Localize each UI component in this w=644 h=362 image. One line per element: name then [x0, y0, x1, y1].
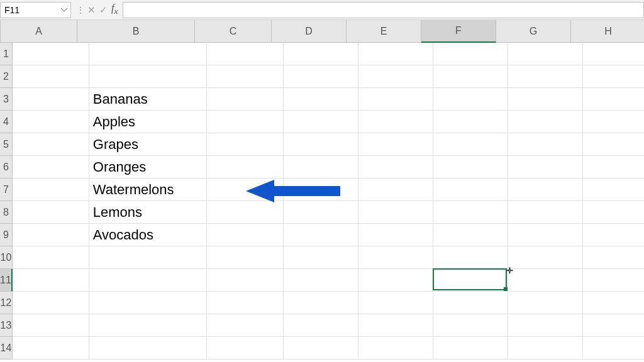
cell-B8[interactable]: Lemons [89, 201, 207, 224]
cell-B11[interactable] [89, 269, 207, 292]
cell-D1[interactable] [284, 43, 358, 65]
cell-A6[interactable] [13, 156, 89, 178]
select-all-corner[interactable] [0, 20, 1, 43]
col-header-C[interactable]: C [195, 20, 272, 43]
cell-H14[interactable] [583, 337, 644, 359]
cell-B14[interactable] [89, 337, 207, 359]
cell-E8[interactable] [358, 201, 433, 224]
cell-C2[interactable] [207, 65, 284, 88]
cell-G5[interactable] [508, 133, 583, 156]
cell-B10[interactable] [89, 246, 207, 269]
cell-B3[interactable]: Bananas [89, 88, 207, 111]
row-header-7[interactable]: 7 [0, 178, 13, 201]
cell-G3[interactable] [508, 88, 583, 111]
cell-F3[interactable] [433, 88, 508, 111]
cell-C1[interactable] [207, 43, 284, 65]
cell-C3[interactable] [207, 88, 284, 111]
cell-D12[interactable] [284, 292, 358, 314]
cell-H12[interactable] [583, 292, 644, 314]
cell-F5[interactable] [433, 133, 508, 156]
cell-A10[interactable] [13, 246, 89, 269]
row-header-9[interactable]: 9 [0, 224, 13, 246]
cell-C8[interactable] [207, 201, 284, 224]
cell-H1[interactable] [583, 43, 644, 65]
cell-A2[interactable] [13, 65, 89, 88]
cell-E1[interactable] [358, 43, 433, 65]
cell-D6[interactable] [284, 156, 358, 178]
cell-F2[interactable] [433, 65, 508, 88]
cell-G2[interactable] [508, 65, 583, 88]
cell-H7[interactable] [583, 178, 644, 201]
cell-C10[interactable] [207, 246, 284, 269]
row-header-4[interactable]: 4 [0, 111, 13, 133]
cell-E11[interactable] [358, 269, 433, 292]
cell-A5[interactable] [13, 133, 89, 156]
cell-C5[interactable] [207, 133, 284, 156]
cell-G12[interactable] [508, 292, 583, 314]
col-header-E[interactable]: E [347, 20, 421, 43]
enter-icon[interactable]: ✓ [99, 4, 108, 16]
cell-F8[interactable] [433, 201, 508, 224]
cell-E6[interactable] [358, 156, 433, 178]
formula-input[interactable] [123, 2, 644, 18]
cell-B7[interactable]: Watermelons [89, 178, 207, 201]
row-header-5[interactable]: 5 [0, 133, 13, 156]
cell-A9[interactable] [13, 224, 89, 246]
cell-H8[interactable] [583, 201, 644, 224]
row-header-10[interactable]: 10 [0, 246, 13, 269]
cell-G6[interactable] [508, 156, 583, 178]
row-header-14[interactable]: 14 [0, 337, 13, 359]
cell-C6[interactable] [207, 156, 284, 178]
cell-A13[interactable] [13, 314, 89, 337]
chevron-down-icon[interactable] [60, 6, 68, 14]
cell-H3[interactable] [583, 88, 644, 111]
cell-F7[interactable] [433, 178, 508, 201]
cell-E9[interactable] [358, 224, 433, 246]
cell-F6[interactable] [433, 156, 508, 178]
cell-D14[interactable] [284, 337, 358, 359]
cell-E13[interactable] [358, 314, 433, 337]
cell-E10[interactable] [358, 246, 433, 269]
cell-G11[interactable] [508, 269, 583, 292]
col-header-G[interactable]: G [496, 20, 571, 43]
cell-E5[interactable] [358, 133, 433, 156]
cell-B1[interactable] [89, 43, 207, 65]
cell-D5[interactable] [284, 133, 358, 156]
cell-C13[interactable] [207, 314, 284, 337]
cell-A11[interactable] [13, 269, 89, 292]
cell-D13[interactable] [284, 314, 358, 337]
cell-D9[interactable] [284, 224, 358, 246]
cell-A4[interactable] [13, 111, 89, 133]
name-box[interactable]: F11 [0, 2, 71, 18]
cell-F14[interactable] [433, 337, 508, 359]
cell-H13[interactable] [583, 314, 644, 337]
row-header-2[interactable]: 2 [0, 65, 13, 88]
col-header-H[interactable]: H [571, 20, 644, 43]
cell-G8[interactable] [508, 201, 583, 224]
cell-C14[interactable] [207, 337, 284, 359]
cell-F4[interactable] [433, 111, 508, 133]
cell-D4[interactable] [284, 111, 358, 133]
cell-E14[interactable] [358, 337, 433, 359]
cell-D8[interactable] [284, 201, 358, 224]
cell-D11[interactable] [284, 269, 358, 292]
cell-F9[interactable] [433, 224, 508, 246]
cell-G9[interactable] [508, 224, 583, 246]
cell-G7[interactable] [508, 178, 583, 201]
col-header-A[interactable]: A [1, 20, 77, 43]
row-header-6[interactable]: 6 [0, 156, 13, 178]
cell-G4[interactable] [508, 111, 583, 133]
row-header-3[interactable]: 3 [0, 88, 13, 111]
cell-B12[interactable] [89, 292, 207, 314]
cell-E2[interactable] [358, 65, 433, 88]
cell-G10[interactable] [508, 246, 583, 269]
cell-A7[interactable] [13, 178, 89, 201]
cell-D10[interactable] [284, 246, 358, 269]
cell-G1[interactable] [508, 43, 583, 65]
cell-B5[interactable]: Grapes [89, 133, 207, 156]
cell-F10[interactable] [433, 246, 508, 269]
row-header-8[interactable]: 8 [0, 201, 13, 224]
cell-F1[interactable] [433, 43, 508, 65]
col-header-F[interactable]: F [421, 20, 496, 43]
cell-E12[interactable] [358, 292, 433, 314]
